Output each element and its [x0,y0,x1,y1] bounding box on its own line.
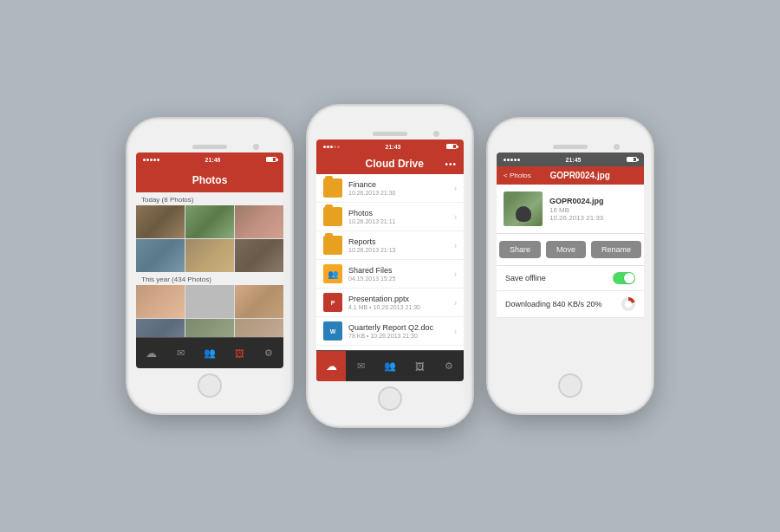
shared-icon: 👥 [323,264,342,283]
tab-photos-2[interactable]: 🖼 [405,351,434,381]
tab-people-1[interactable]: 👥 [195,338,224,368]
toggle-knob [624,273,634,283]
home-button-2[interactable] [378,386,402,411]
move-button[interactable]: Move [546,241,586,258]
file-item-pptx[interactable]: P Presentation.pptx 4,1 MB • 10.26.2013 … [316,289,464,317]
file-item-docx[interactable]: W Quarterly Report Q2.doc 78 KB • 10.26.… [316,317,464,346]
cloud-drive-header: space Cloud Drive ••• [316,153,464,174]
download-label: Downloading 840 KB/s 20% [505,300,602,308]
tab-settings-1[interactable]: ⚙ [254,338,283,368]
photo-11[interactable] [185,319,234,337]
file-detail-title: GOPR0024.jpg [549,171,609,180]
file-meta-finance: 10.26.2013 21:30 [348,190,454,196]
phone-2: 21:43 space Cloud Drive ••• Finance 10.2… [308,106,472,426]
photo-8[interactable] [185,285,234,318]
status-icons-1 [266,157,276,162]
file-info-pptx: Presentation.pptx 4,1 MB • 10.26.2013 21… [348,295,454,310]
phone-2-screen: 21:43 space Cloud Drive ••• Finance 10.2… [316,139,464,381]
photo-1[interactable] [136,205,185,238]
phone-3-screen: 21:45 < Photos GOPR0024.jpg sp GO [497,152,644,368]
tab-settings-2[interactable]: ⚙ [434,351,464,381]
photo-6[interactable] [235,239,283,272]
file-name-finance: Finance [348,180,454,189]
tab-cloud-2[interactable]: ☁ [316,351,346,381]
photo-9[interactable] [235,285,283,318]
header-menu-dots[interactable]: ••• [445,159,457,169]
file-name-reports: Reports [348,237,454,246]
phone-1-screen: 21:46 Photos Today (8 Photos) [136,152,283,368]
file-meta-docx: 78 KB • 10.26.2013 21:30 [348,333,454,339]
speaker [192,145,227,149]
status-icons-3 [627,157,637,162]
chevron-docx: › [454,327,457,336]
home-button-3[interactable] [558,373,582,398]
file-info-finance: Finance 10.26.2013 21:30 [348,180,454,196]
save-offline-row: Save offline [497,266,644,291]
file-name-docx: Quarterly Report Q2.doc [348,323,454,332]
dog-photo [504,191,543,226]
photo-4[interactable] [136,239,185,272]
phone-1: 21:46 Photos Today (8 Photos) [127,119,292,413]
tab-mail-1[interactable]: ✉ [166,338,195,368]
photo-12[interactable] [235,319,283,337]
preview-info: GOPR0024.jpg 16 MB 10.26.2013 21:33 [549,197,637,222]
signal-dots-3 [504,159,520,161]
home-button-1[interactable] [198,373,222,398]
file-name-photos: Photos [348,209,454,217]
download-row: Downloading 840 KB/s 20% [497,291,644,318]
file-meta-shared: 04.15.2013 15:25 [348,276,454,282]
camera-3 [614,144,620,150]
tab-bar-1: ☁ ✉ 👥 🖼 ⚙ [136,337,283,368]
chevron-shared: › [454,269,457,279]
photos-title: Photos [192,174,228,186]
detail-empty-space [497,318,644,368]
battery-icon-2 [446,144,457,149]
photo-7[interactable] [136,285,185,318]
download-progress-icon [621,297,635,311]
cloud-drive-title: Cloud Drive [366,158,424,170]
phones-container: 21:46 Photos Today (8 Photos) [127,106,653,426]
file-item-reports[interactable]: Reports 10.26.2013 21:13 › [316,231,464,260]
folder-icon-photos [323,207,342,226]
download-center [625,301,632,308]
tab-bar-2: ☁ ✉ 👥 🖼 ⚙ [316,350,464,381]
save-offline-toggle[interactable] [613,272,635,284]
file-item-finance[interactable]: Finance 10.26.2013 21:30 › [316,174,464,203]
photo-10[interactable] [136,319,185,337]
speaker-3 [553,145,588,149]
folder-icon-reports [323,236,342,255]
file-item-photos[interactable]: Photos 10.26.2013 21:11 › [316,203,464,231]
folder-icon-finance [323,178,342,198]
file-name-shared: Shared Files [348,266,454,275]
preview-filename: GOPR0024.jpg [549,197,637,205]
photo-5[interactable] [185,239,234,272]
phone-1-top [136,145,283,149]
action-buttons: Share Move Rename [497,234,644,266]
file-list: Finance 10.26.2013 21:30 › Photos 10.26.… [316,174,464,350]
share-button[interactable]: Share [499,241,541,258]
photos-screen: Today (8 Photos) This year (434 Photos) [136,192,283,337]
tab-people-2[interactable]: 👥 [375,351,405,381]
rename-button[interactable]: Rename [591,241,641,258]
phone-3-status-bar: 21:45 [497,152,644,166]
tab-cloud-1[interactable]: ☁ [136,338,166,368]
tab-mail-2[interactable]: ✉ [346,351,375,381]
back-button-photos[interactable]: < Photos [504,172,531,179]
status-time-2: 21:43 [386,144,401,150]
speaker-2 [373,132,407,136]
status-time-1: 21:46 [205,157,221,163]
signal-dots [143,159,159,161]
chevron-pptx: › [454,298,457,308]
chevron-photos: › [454,212,457,222]
file-meta-pptx: 4,1 MB • 10.26.2013 21:30 [348,304,454,310]
file-item-shared[interactable]: 👥 Shared Files 04.15.2013 15:25 › [316,260,464,289]
photo-2[interactable] [185,205,234,238]
file-info-shared: Shared Files 04.15.2013 15:25 [348,266,454,282]
save-offline-label: Save offline [505,274,546,282]
tab-photos-1[interactable]: 🖼 [224,338,254,368]
phone-3: 21:45 < Photos GOPR0024.jpg sp GO [488,119,653,413]
section-today: Today (8 Photos) [136,192,283,205]
photo-3[interactable] [235,205,283,238]
preview-thumbnail [504,191,543,226]
photo-grid-year [136,285,283,337]
